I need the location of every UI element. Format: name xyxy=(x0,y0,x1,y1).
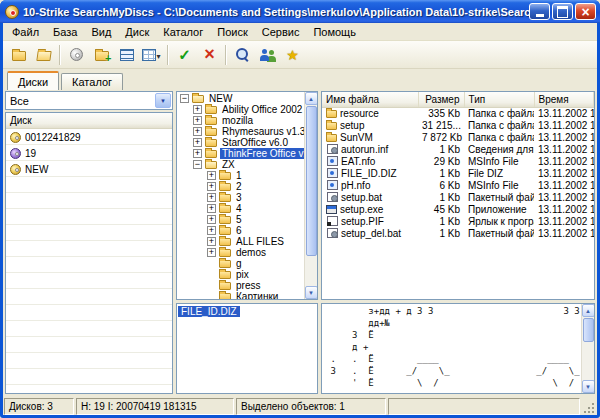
file-row[interactable]: pH.nfo 6 Kb MSInfo File 13.11.2002 19:4 xyxy=(322,179,594,191)
expand-icon[interactable] xyxy=(193,149,202,158)
tree-node[interactable]: g xyxy=(177,258,304,269)
file-time: 13.11.2002 19:4 xyxy=(534,203,594,215)
tree-node[interactable]: Ability Office 2002 v3.0 xyxy=(177,104,304,115)
new-database-icon xyxy=(12,51,26,61)
tree-node[interactable]: Картинки xyxy=(177,291,304,299)
expand-icon[interactable] xyxy=(207,193,216,202)
tree-node[interactable]: 6 xyxy=(177,225,304,236)
disk-row[interactable]: NEW xyxy=(6,161,172,177)
disk-list: Диск 0012241829 19 NEW xyxy=(5,112,173,394)
tree-node[interactable]: 4 xyxy=(177,203,304,214)
expand-icon[interactable] xyxy=(193,105,202,114)
file-row[interactable]: autorun.inf 1 Kb Сведения для ус 13.11.2… xyxy=(322,143,594,155)
expand-icon[interactable] xyxy=(207,248,216,257)
column-header-time[interactable]: Время xyxy=(534,92,594,107)
tree-scrollbar[interactable] xyxy=(304,92,317,299)
delete-button[interactable] xyxy=(197,43,222,67)
menu-view[interactable]: Вид xyxy=(84,24,118,40)
column-header-size[interactable]: Размер xyxy=(418,92,464,107)
chevron-down-icon[interactable] xyxy=(156,49,160,61)
menu-help[interactable]: Помощь xyxy=(306,24,363,40)
expand-icon[interactable] xyxy=(207,226,216,235)
disk-row[interactable]: 0012241829 xyxy=(6,129,172,145)
file-row[interactable]: EAT.nfo 29 Kb MSInfo File 13.11.2002 19:… xyxy=(322,155,594,167)
verify-button[interactable] xyxy=(172,43,197,67)
menu-search[interactable]: Поиск xyxy=(210,24,254,40)
expand-icon[interactable] xyxy=(193,138,202,147)
tree-node[interactable]: 5 xyxy=(177,214,304,225)
tree-node[interactable]: 2 xyxy=(177,181,304,192)
file-row[interactable]: setup.bat 1 Kb Пакетный файл 13.11.2002 … xyxy=(322,191,594,203)
new-database-button[interactable] xyxy=(6,43,31,67)
add-folder-button[interactable] xyxy=(89,43,114,67)
expand-icon[interactable] xyxy=(193,116,202,125)
close-button[interactable] xyxy=(575,3,596,20)
column-header-type[interactable]: Тип xyxy=(464,92,534,107)
tree-node[interactable]: mozilla xyxy=(177,115,304,126)
scroll-up-icon[interactable] xyxy=(582,304,595,317)
expand-icon[interactable] xyxy=(207,171,216,180)
preview-scrollbar[interactable] xyxy=(581,304,594,393)
tree-view-button[interactable] xyxy=(114,43,139,67)
file-row[interactable]: setup.PIF 1 Kb Ярлык к програм 13.11.200… xyxy=(322,215,594,227)
file-row[interactable]: SunVM 7 872 Kb Папка с файлами 13.11.200… xyxy=(322,131,594,143)
scroll-down-icon[interactable] xyxy=(305,286,318,299)
tree-node[interactable]: demos xyxy=(177,247,304,258)
tree-node[interactable]: 3 xyxy=(177,192,304,203)
expand-icon[interactable] xyxy=(207,215,216,224)
tree-node[interactable]: ALL FILES xyxy=(177,236,304,247)
tree-node[interactable]: ZX xyxy=(177,159,304,170)
expand-icon[interactable] xyxy=(207,204,216,213)
expand-icon[interactable] xyxy=(193,127,202,136)
menu-catalog[interactable]: Каталог xyxy=(156,24,210,40)
expand-icon[interactable] xyxy=(207,237,216,246)
column-header-name[interactable]: Имя файла xyxy=(322,92,418,107)
disk-row[interactable]: 19 xyxy=(6,145,172,161)
file-row[interactable]: FILE_ID.DIZ 1 Kb File DIZ 13.11.2002 19:… xyxy=(322,167,594,179)
scrollbar-thumb[interactable] xyxy=(583,318,594,342)
tree-node-selected[interactable]: ThinkFree Office v2.0 xyxy=(177,148,304,159)
tree-node[interactable]: 1 xyxy=(177,170,304,181)
file-row[interactable]: setup.exe 45 Kb Приложение 13.11.2002 19… xyxy=(322,203,594,215)
file-row[interactable]: resource 335 Kb Папка с файлами 13.11.20… xyxy=(322,107,594,119)
tree-node[interactable]: pix xyxy=(177,269,304,280)
collapse-icon[interactable] xyxy=(180,94,189,103)
tree-node[interactable]: NEW xyxy=(177,93,304,104)
file-row[interactable]: setup 31 215... Папка с файлами 13.11.20… xyxy=(322,119,594,131)
folder-icon xyxy=(205,106,217,114)
disk-filter-value: Все xyxy=(6,95,155,107)
tab-disks[interactable]: Диски xyxy=(7,71,59,90)
menu-database[interactable]: База xyxy=(46,24,84,40)
menu-disk[interactable]: Диск xyxy=(118,24,156,40)
disk-filter-select[interactable]: Все xyxy=(5,91,173,110)
open-database-button[interactable] xyxy=(31,43,56,67)
tab-catalog[interactable]: Каталог xyxy=(61,73,123,90)
scroll-up-icon[interactable] xyxy=(305,92,318,105)
menu-service[interactable]: Сервис xyxy=(255,24,307,40)
users-button[interactable] xyxy=(255,43,280,67)
scrollbar-thumb[interactable] xyxy=(306,106,317,256)
minimize-button[interactable] xyxy=(529,3,550,20)
tree-node[interactable]: StarOffice v6.0 xyxy=(177,137,304,148)
scroll-down-icon[interactable] xyxy=(582,380,595,393)
chevron-down-icon[interactable] xyxy=(155,93,171,108)
tree-node[interactable]: Rhymesaurus v1.3 xyxy=(177,126,304,137)
tree-node[interactable]: press xyxy=(177,280,304,291)
search-button[interactable] xyxy=(230,43,255,67)
wizard-button[interactable] xyxy=(280,43,305,67)
tree-node-label: demos xyxy=(234,247,268,258)
maximize-button[interactable] xyxy=(552,3,573,20)
add-disk-button[interactable] xyxy=(64,43,89,67)
file-size: 45 Kb xyxy=(418,203,464,215)
menu-file[interactable]: Файл xyxy=(5,24,46,40)
column-header-disk[interactable]: Диск xyxy=(6,113,172,129)
expand-icon[interactable] xyxy=(207,182,216,191)
collapse-icon[interactable] xyxy=(193,160,202,169)
title-bar[interactable]: 10-Strike SearchMyDiscs - C:\Documents a… xyxy=(0,0,600,23)
tree-node-label: 2 xyxy=(234,181,244,192)
selected-file-label[interactable]: FILE_ID.DIZ xyxy=(178,306,240,317)
file-name: EAT.nfo xyxy=(341,156,375,167)
table-view-button[interactable] xyxy=(139,43,164,67)
resize-grip[interactable] xyxy=(582,398,596,415)
file-row[interactable]: setup_del.bat 1 Kb Пакетный файл 13.11.2… xyxy=(322,227,594,239)
